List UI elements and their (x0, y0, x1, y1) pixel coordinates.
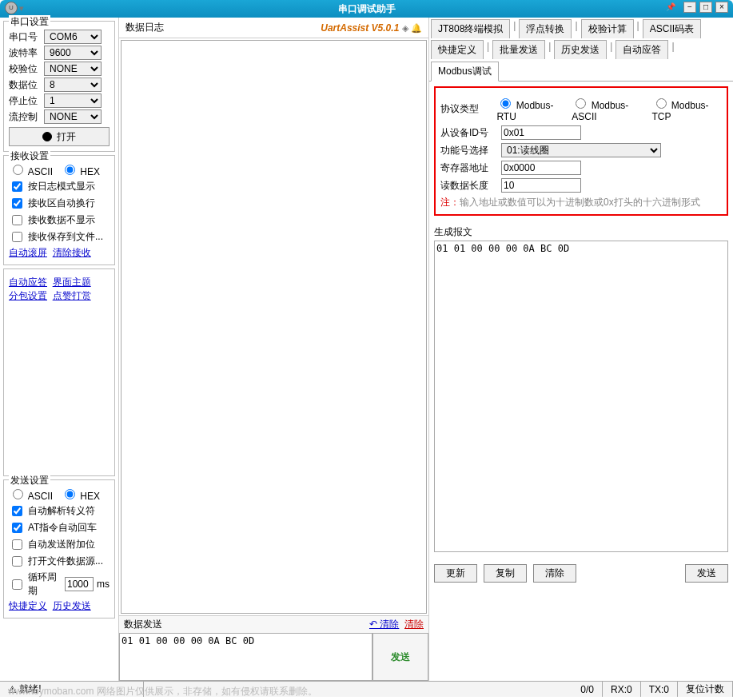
send-opt2-check[interactable] (12, 523, 22, 533)
status-reset[interactable]: 复位计数 (678, 682, 733, 697)
bell-icon[interactable]: 🔔 (411, 23, 422, 33)
pin-icon[interactable]: 📌 (664, 2, 677, 14)
func-label: 功能号选择 (440, 144, 496, 157)
databits-label: 数据位 (9, 78, 41, 92)
proto-note: 注：输入地址或数值可以为十进制数或0x打头的十六进制形式 (440, 196, 722, 209)
proto-ascii-radio[interactable]: Modbus-ASCII (572, 96, 647, 122)
log-area[interactable] (121, 40, 427, 614)
len-label: 读数据长度 (440, 179, 496, 193)
baud-select[interactable]: 9600 (44, 46, 102, 60)
proto-tcp-radio[interactable]: Modbus-TCP (652, 96, 722, 122)
extras-group: 自动应答 界面主题 分包设置 点赞打赏 (3, 268, 115, 476)
history-link[interactable]: 历史发送 (53, 600, 91, 611)
clear-gen-button[interactable]: 清除 (533, 564, 576, 583)
send-hex-radio[interactable]: HEX (61, 487, 100, 502)
send-opt4-check[interactable] (12, 556, 22, 567)
maximize-button[interactable]: □ (699, 2, 712, 13)
update-button[interactable]: 更新 (434, 564, 477, 583)
tab-modbus[interactable]: Modbus调试 (431, 62, 499, 82)
tab-quickdef[interactable]: 快捷定义 (431, 40, 484, 59)
recv-legend: 接收设置 (9, 149, 50, 163)
parity-select[interactable]: NONE (44, 62, 102, 76)
recv-hex-radio[interactable]: HEX (61, 162, 100, 177)
recv-opt2-check[interactable] (12, 198, 22, 209)
tool-tabs: JT808终端模拟| 浮点转换| 校验计算| ASCII码表 快捷定义| 批量发… (429, 18, 733, 82)
gen-msg-header: 生成报文 (434, 225, 728, 239)
copy-button[interactable]: 复制 (484, 564, 527, 583)
flow-label: 流控制 (9, 110, 41, 124)
send-ascii-radio[interactable]: ASCII (9, 487, 53, 502)
proto-rtu-radio[interactable]: Modbus-RTU (496, 96, 567, 122)
send-legend: 发送设置 (9, 474, 50, 487)
func-select[interactable]: 01:读线圈 (501, 143, 661, 157)
log-header-label: 数据日志 (125, 21, 164, 34)
tab-float[interactable]: 浮点转换 (519, 19, 572, 38)
diamond-icon[interactable]: ◈ (402, 23, 408, 33)
serial-settings-group: 串口设置 串口号COM6 波特率9600 校验位NONE 数据位8 停止位1 流… (3, 21, 115, 152)
open-port-button[interactable]: 打开 (9, 127, 110, 146)
send-opt1-check[interactable] (12, 506, 22, 516)
data-send-label: 数据发送 (124, 618, 162, 631)
port-label: 串口号 (9, 30, 41, 44)
flow-select[interactable]: NONE (44, 109, 102, 124)
close-button[interactable]: × (715, 2, 728, 13)
gen-msg-textarea[interactable]: 01 01 00 00 00 0A BC 0D (434, 241, 728, 552)
tab-batch[interactable]: 批量发送 (492, 40, 545, 59)
statusbar: ⚠ 就绪! 0/0 RX:0 TX:0 复位计数 (0, 681, 733, 697)
recv-settings-group: 接收设置 ASCII HEX 按日志模式显示 接收区自动换行 接收数据不显示 接… (3, 155, 115, 265)
proto-type-label: 协议类型 (440, 102, 492, 116)
protocol-panel: 协议类型 Modbus-RTU Modbus-ASCII Modbus-TCP … (434, 86, 728, 216)
cycle-input[interactable] (65, 577, 94, 591)
dropdown-icon: ▾ (19, 3, 24, 14)
theme-link[interactable]: 界面主题 (53, 276, 91, 288)
big-send-button[interactable]: 发送 (372, 633, 428, 681)
brand-label: UartAssist V5.0.1 (321, 22, 399, 34)
recv-ascii-radio[interactable]: ASCII (9, 162, 53, 177)
port-status-icon (42, 132, 52, 141)
clear-undo-link[interactable]: ↶ 清除 (369, 618, 399, 630)
tab-autoreply[interactable]: 自动应答 (615, 40, 668, 59)
donate-link[interactable]: 点赞打赏 (53, 290, 91, 301)
clear-link[interactable]: 清除 (404, 618, 424, 630)
stopbits-select[interactable]: 1 (44, 93, 102, 108)
tab-jt808[interactable]: JT808终端模拟 (431, 19, 510, 38)
send-gen-button[interactable]: 发送 (685, 564, 728, 583)
len-input[interactable] (501, 178, 581, 193)
baud-label: 波特率 (9, 46, 41, 60)
status-rx: RX:0 (603, 682, 641, 697)
tab-history[interactable]: 历史发送 (554, 40, 607, 59)
app-menu[interactable]: U ▾ (5, 2, 24, 14)
parity-label: 校验位 (9, 62, 41, 76)
recv-opt1-check[interactable] (12, 181, 22, 192)
port-select[interactable]: COM6 (44, 30, 102, 44)
status-tx: TX:0 (641, 682, 678, 697)
addr-input[interactable] (501, 161, 581, 175)
auto-reply-link[interactable]: 自动应答 (9, 276, 47, 288)
cycle-check[interactable] (12, 579, 22, 590)
minimize-button[interactable]: − (683, 2, 696, 13)
open-label: 打开 (57, 130, 76, 144)
stopbits-label: 停止位 (9, 94, 41, 108)
addr-label: 寄存器地址 (440, 161, 496, 175)
send-textarea[interactable]: 01 01 00 00 00 0A BC 0D (119, 633, 372, 681)
clear-recv-link[interactable]: 清除接收 (53, 247, 91, 258)
recv-opt3-check[interactable] (12, 215, 22, 225)
serial-legend: 串口设置 (9, 15, 50, 29)
auto-scroll-link[interactable]: 自动滚屏 (9, 247, 47, 258)
status-ready: 就绪! (19, 682, 41, 696)
packet-link[interactable]: 分包设置 (9, 290, 47, 301)
status-icon: ⚠ (8, 684, 17, 695)
window-title: 串口调试助手 (338, 2, 396, 16)
slave-input[interactable] (501, 125, 581, 140)
titlebar: U ▾ 串口调试助手 📌 − □ × (0, 0, 733, 18)
app-logo-icon: U (5, 2, 18, 14)
slave-label: 从设备ID号 (440, 126, 496, 140)
tab-ascii-table[interactable]: ASCII码表 (643, 19, 701, 38)
databits-select[interactable]: 8 (44, 78, 102, 92)
tab-checksum[interactable]: 校验计算 (581, 19, 634, 38)
status-frac: 0/0 (572, 682, 603, 697)
recv-opt4-check[interactable] (12, 232, 22, 242)
send-opt3-check[interactable] (12, 539, 22, 550)
send-settings-group: 发送设置 ASCII HEX 自动解析转义符 AT指令自动回车 自动发送附加位 … (3, 479, 115, 618)
quick-def-link[interactable]: 快捷定义 (9, 600, 47, 611)
